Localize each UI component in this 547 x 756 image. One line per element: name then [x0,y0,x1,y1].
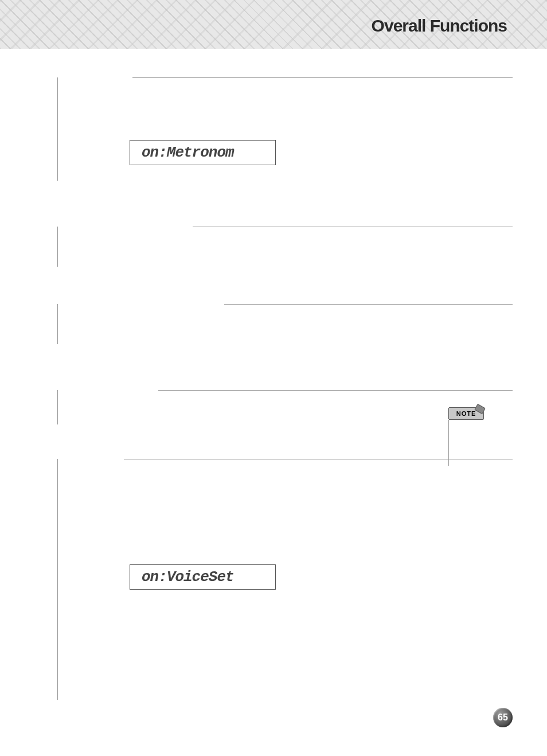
divider [193,227,513,227]
lcd-display-2: on:VoiceSet [130,564,276,590]
lcd-text: on:Metronom [142,144,234,161]
function-section-2 [57,227,513,267]
note-label: NOTE [456,410,476,417]
lcd-text: on:VoiceSet [142,568,234,586]
page-content: on:Metronom on:VoiceSet NOTE [0,49,547,700]
note-stem [448,420,484,466]
function-section-1: on:Metronom [57,77,513,181]
divider [224,304,513,305]
note-callout: NOTE [448,407,484,466]
function-section-3 [57,304,513,344]
function-section-4 [57,390,513,424]
function-section-5: on:VoiceSet [57,459,513,700]
note-tab: NOTE [448,407,484,420]
page-number: 65 [498,712,508,723]
section-title: Overall Functions [372,16,507,36]
page-header-band: Overall Functions [0,0,547,49]
divider [158,390,513,391]
page-number-badge: 65 [493,708,513,727]
lcd-display-1: on:Metronom [130,140,276,165]
